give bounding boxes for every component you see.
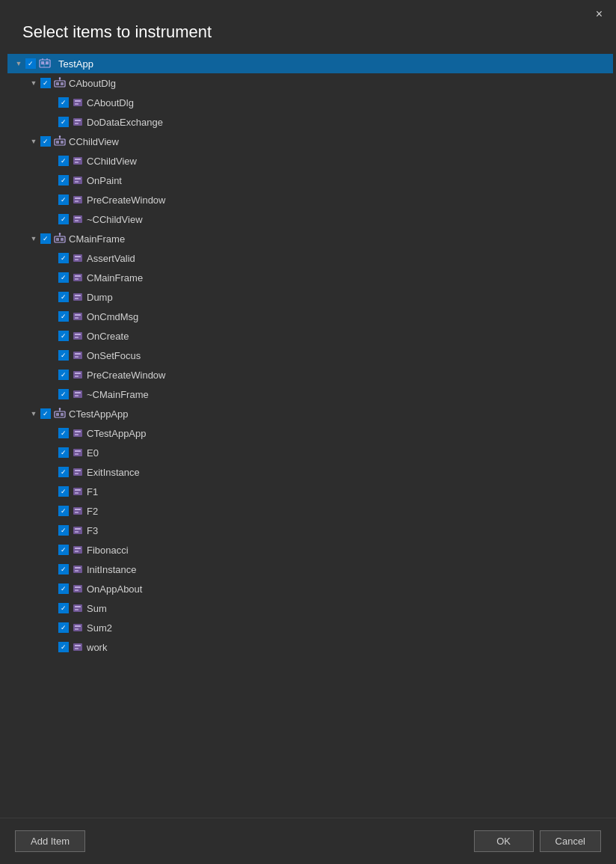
svg-rect-36 [56,238,59,241]
checkbox-method-0-0[interactable] [58,97,69,108]
tree-item-method-1-3[interactable]: ~CChildView [7,209,613,229]
tree-item-method-3-3[interactable]: F1 [7,482,613,501]
checkbox-class-1[interactable] [40,136,51,147]
checkbox-method-3-10[interactable] [58,622,69,633]
checkbox-method-1-3[interactable] [58,214,69,224]
tree-item-method-3-7[interactable]: InitInstance [7,560,613,579]
ok-button[interactable]: OK [474,830,534,852]
checkbox-class-2[interactable] [40,233,51,244]
item-label-method-2-1: CMainFrame [87,272,143,284]
svg-rect-32 [73,215,82,223]
tree-item-method-1-2[interactable]: PreCreateWindow [7,190,613,209]
checkbox-method-2-6[interactable] [58,370,69,380]
svg-rect-33 [75,217,81,218]
checkbox-method-2-3[interactable] [58,311,69,322]
svg-rect-55 [73,352,82,359]
checkbox-method-2-4[interactable] [58,331,69,341]
tree-item-class-3[interactable]: CTestAppApp [7,404,613,423]
tree-item-method-3-2[interactable]: ExitInstance [7,462,613,482]
tree-container[interactable]: TestApp CAboutDlg CAboutDlg [7,54,616,818]
checkbox-method-3-0[interactable] [58,428,69,438]
tree-item-method-3-0[interactable]: CTestAppApp [7,423,613,443]
tree-item-root[interactable]: TestApp [7,54,613,73]
svg-rect-37 [61,238,64,241]
svg-rect-89 [75,551,78,552]
method-icon-3-3 [72,485,84,497]
svg-rect-25 [75,162,78,163]
checkbox-method-3-1[interactable] [58,447,69,458]
checkbox-method-1-1[interactable] [58,175,69,186]
checkbox-root[interactable] [25,58,36,69]
svg-rect-30 [75,197,81,199]
svg-rect-93 [73,585,82,592]
checkbox-method-2-1[interactable] [58,272,69,283]
checkbox-method-3-11[interactable] [58,642,69,652]
svg-rect-102 [73,643,82,651]
checkbox-method-3-4[interactable] [58,506,69,516]
svg-rect-76 [75,470,81,471]
cancel-button[interactable]: Cancel [540,830,601,852]
svg-point-68 [59,408,61,409]
checkbox-method-1-2[interactable] [58,194,69,205]
method-icon-3-8 [72,583,84,595]
tree-item-method-2-4[interactable]: OnCreate [7,326,613,346]
tree-item-method-1-1[interactable]: OnPaint [7,171,613,190]
checkbox-method-3-8[interactable] [58,583,69,594]
method-icon-0-0 [72,96,84,108]
checkbox-method-3-9[interactable] [58,603,69,613]
tree-item-method-3-6[interactable]: Fibonacci [7,540,613,560]
svg-rect-34 [75,220,78,221]
tree-item-method-2-6[interactable]: PreCreateWindow [7,365,613,384]
item-label-root: TestApp [54,58,98,70]
tree-item-method-2-7[interactable]: ~CMainFrame [7,384,613,404]
checkbox-method-2-5[interactable] [58,350,69,361]
tree-item-method-2-3[interactable]: OnCmdMsg [7,307,613,326]
tree-item-method-3-8[interactable]: OnAppAbout [7,579,613,598]
item-label-method-2-3: OnCmdMsg [87,311,138,322]
tree-item-method-2-0[interactable]: AssertValid [7,248,613,268]
svg-rect-70 [75,431,81,432]
close-button[interactable]: × [591,6,607,22]
checkbox-class-0[interactable] [40,78,51,88]
svg-rect-72 [73,449,82,456]
tree-item-method-3-11[interactable]: work [7,637,613,657]
tree-item-method-3-4[interactable]: F2 [7,501,613,521]
checkbox-method-2-0[interactable] [58,253,69,263]
checkbox-method-0-1[interactable] [58,117,69,127]
checkbox-method-3-5[interactable] [58,525,69,536]
method-icon-2-2 [72,291,84,303]
svg-rect-60 [75,376,78,377]
tree-item-method-3-5[interactable]: F3 [7,521,613,540]
chevron-class-2 [28,233,39,244]
tree-item-class-2[interactable]: CMainFrame [7,229,613,248]
tree-item-method-2-2[interactable]: Dump [7,287,613,307]
method-icon-2-0 [72,252,84,264]
svg-rect-99 [73,624,82,631]
svg-rect-49 [73,313,82,320]
tree-item-method-2-5[interactable]: OnSetFocus [7,346,613,365]
tree-item-method-2-1[interactable]: CMainFrame [7,268,613,287]
svg-point-22 [59,135,61,137]
checkbox-method-2-2[interactable] [58,292,69,302]
checkbox-method-1-0[interactable] [58,156,69,166]
svg-rect-83 [75,512,78,513]
checkbox-method-2-7[interactable] [58,389,69,399]
tree-item-class-1[interactable]: CChildView [7,132,613,151]
checkbox-class-3[interactable] [40,408,51,419]
add-item-button[interactable]: Add Item [15,830,85,852]
tree-item-method-3-10[interactable]: Sum2 [7,618,613,637]
tree-item-method-0-0[interactable]: CAboutDlg [7,93,613,112]
tree-item-class-0[interactable]: CAboutDlg [7,73,613,93]
tree-item-method-3-1[interactable]: E0 [7,443,613,462]
checkbox-method-3-3[interactable] [58,486,69,497]
checkbox-method-3-7[interactable] [58,564,69,575]
checkbox-method-3-6[interactable] [58,545,69,555]
tree-item-method-1-0[interactable]: CChildView [7,151,613,171]
svg-rect-63 [75,395,78,396]
tree-item-method-0-1[interactable]: DoDataExchange [7,112,613,132]
method-icon-1-1 [72,174,84,186]
item-label-method-3-7: InitInstance [87,564,137,575]
tree-item-method-3-9[interactable]: Sum [7,598,613,618]
checkbox-method-3-2[interactable] [58,467,69,477]
svg-rect-85 [75,528,81,530]
